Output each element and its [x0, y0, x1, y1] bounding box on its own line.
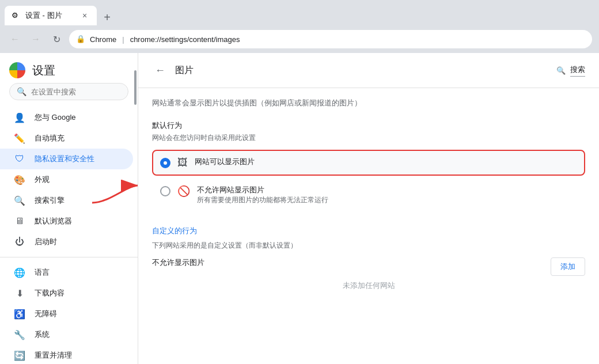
- sidebar-item-accessibility[interactable]: ♿ 无障碍: [0, 304, 133, 324]
- sidebar-item-privacy[interactable]: 🛡 隐私设置和安全性: [0, 149, 133, 169]
- sidebar-item-autofill[interactable]: ✏️ 自动填充: [0, 128, 133, 149]
- nav-divider: [0, 257, 138, 257]
- sidebar-item-reset-label: 重置并清理: [35, 350, 72, 361]
- tab-favicon: ⚙: [12, 11, 21, 20]
- sidebar-item-google[interactable]: 👤 您与 Google: [0, 107, 133, 128]
- allow-images-text: 网站可以显示图片: [195, 157, 255, 167]
- tab-close-button[interactable]: ×: [79, 10, 90, 21]
- block-images-label: 不允许网站显示图片: [197, 185, 328, 195]
- block-images-radio[interactable]: [160, 186, 170, 196]
- description-text: 网站通常会显示图片以提供插图（例如网店或新闻报道的图片）: [152, 97, 585, 109]
- sidebar-item-default-browser-label: 默认浏览器: [35, 216, 72, 226]
- allow-images-label: 网站可以显示图片: [195, 157, 255, 167]
- globe-icon: 🌐: [14, 267, 25, 278]
- sidebar-item-appearance-label: 外观: [35, 175, 50, 185]
- block-images-icon: 🚫: [177, 185, 190, 198]
- block-images-option[interactable]: 🚫 不允许网站显示图片 所有需要使用图片的功能都将无法正常运行: [152, 178, 585, 212]
- active-tab[interactable]: ⚙ 设置 - 图片 ×: [5, 6, 97, 25]
- sidebar-item-appearance[interactable]: 🎨 外观: [0, 169, 133, 190]
- block-images-sub: 所有需要使用图片的功能都将无法正常运行: [197, 195, 328, 205]
- sidebar-item-language-label: 语言: [35, 267, 50, 278]
- default-behavior-sub: 网站会在您访问时自动采用此设置: [152, 133, 585, 143]
- sidebar-item-privacy-label: 隐私设置和安全性: [35, 154, 94, 164]
- forward-button[interactable]: →: [28, 31, 44, 47]
- accessibility-icon: ♿: [14, 309, 25, 320]
- default-behavior-section: 默认行为 网站会在您访问时自动采用此设置 🖼 网站可以显示图片 🚫 不允许网站显…: [152, 120, 585, 212]
- sidebar-item-google-label: 您与 Google: [35, 112, 76, 123]
- browser-icon: 🖥: [14, 216, 25, 226]
- sidebar-header: 设置: [0, 53, 138, 83]
- palette-icon: 🎨: [14, 175, 25, 185]
- custom-label: 自定义的行为: [152, 226, 585, 236]
- sidebar-item-language[interactable]: 🌐 语言: [0, 262, 133, 283]
- scroll-indicator: [134, 70, 137, 105]
- default-behavior-label: 默认行为: [152, 120, 585, 131]
- not-allow-label: 不允许显示图片: [152, 257, 204, 268]
- no-sites-label: 未添加任何网站: [152, 280, 585, 291]
- content-header-left: ← 图片: [152, 62, 194, 78]
- sidebar-item-system-label: 系统: [35, 329, 50, 340]
- wrench-icon: 🔧: [14, 329, 25, 340]
- sidebar-title: 设置: [32, 63, 55, 78]
- allow-images-option[interactable]: 🖼 网站可以显示图片: [152, 150, 585, 176]
- tab-title: 设置 - 图片: [25, 10, 75, 21]
- refresh-button[interactable]: ↻: [48, 31, 65, 47]
- user-icon: 👤: [14, 112, 25, 123]
- sidebar-nav: 👤 您与 Google ✏️ 自动填充 🛡 隐私设置和安全性 🎨 外观 🔍 搜索…: [0, 107, 138, 364]
- sidebar-search-input[interactable]: [31, 88, 121, 96]
- reset-icon: 🔄: [14, 350, 25, 361]
- sidebar-item-default-browser[interactable]: 🖥 默认浏览器: [0, 211, 133, 232]
- sidebar-item-search-label: 搜索引擎: [35, 195, 65, 206]
- sidebar-item-startup[interactable]: ⏻ 启动时: [0, 232, 133, 252]
- page-title: 图片: [175, 65, 194, 77]
- sidebar-item-accessibility-label: 无障碍: [35, 309, 57, 319]
- sidebar: 设置 🔍 👤 您与 Google ✏️ 自动填充 🛡 隐私设置和安全性 🎨: [0, 53, 138, 364]
- content-search[interactable]: 🔍 搜索: [556, 65, 585, 77]
- block-images-text: 不允许网站显示图片 所有需要使用图片的功能都将无法正常运行: [197, 185, 328, 205]
- sidebar-search-bar: 🔍: [0, 83, 138, 107]
- content-search-text: 搜索: [570, 65, 585, 77]
- shield-icon: 🛡: [14, 154, 25, 164]
- content-body: 网站通常会显示图片以提供插图（例如网店或新闻报道的图片） 默认行为 网站会在您访…: [138, 88, 599, 300]
- custom-row: 不允许显示图片 添加: [152, 257, 585, 276]
- allow-images-radio[interactable]: [160, 158, 170, 168]
- google-logo: [9, 62, 25, 78]
- custom-behavior-section: 自定义的行为 下列网站采用的是自定义设置（而非默认设置） 不允许显示图片 添加 …: [152, 226, 585, 291]
- custom-sub: 下列网站采用的是自定义设置（而非默认设置）: [152, 241, 585, 251]
- sidebar-search-icon: 🔍: [17, 87, 26, 96]
- chrome-label: Chrome: [90, 35, 116, 44]
- sidebar-item-search[interactable]: 🔍 搜索引擎: [0, 190, 133, 211]
- sidebar-item-downloads-label: 下载内容: [35, 288, 65, 298]
- sidebar-item-downloads[interactable]: ⬇ 下载内容: [0, 283, 133, 304]
- search-icon: 🔍: [14, 195, 25, 206]
- add-button[interactable]: 添加: [551, 257, 585, 276]
- address-input-wrap[interactable]: 🔒 Chrome | chrome://settings/content/ima…: [69, 30, 592, 48]
- address-bar: ← → ↻ 🔒 Chrome | chrome://settings/conte…: [0, 25, 599, 53]
- separator: |: [122, 35, 124, 44]
- content-back-button[interactable]: ←: [152, 62, 168, 78]
- autofill-icon: ✏️: [14, 133, 25, 144]
- content-header: ← 图片 🔍 搜索: [138, 53, 599, 88]
- download-icon: ⬇: [14, 288, 25, 299]
- allow-images-icon: 🖼: [177, 157, 188, 169]
- address-text: chrome://settings/content/images: [130, 35, 240, 44]
- site-security-icon: 🔒: [76, 35, 85, 44]
- sidebar-item-startup-label: 启动时: [35, 237, 57, 247]
- sidebar-item-reset[interactable]: 🔄 重置并清理: [0, 345, 133, 364]
- sidebar-item-autofill-label: 自动填充: [35, 133, 65, 143]
- content-search-icon: 🔍: [556, 66, 566, 75]
- new-tab-button[interactable]: +: [99, 9, 115, 25]
- back-button[interactable]: ←: [7, 31, 23, 47]
- power-icon: ⏻: [14, 237, 25, 247]
- content-area: ← 图片 🔍 搜索 网站通常会显示图片以提供插图（例如网店或新闻报道的图片） 默…: [138, 53, 599, 364]
- sidebar-search-input-wrap[interactable]: 🔍: [9, 83, 128, 100]
- sidebar-item-system[interactable]: 🔧 系统: [0, 324, 133, 345]
